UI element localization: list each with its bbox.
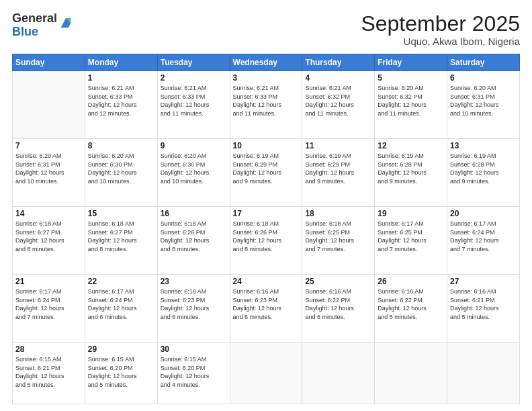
calendar-cell (13, 71, 85, 139)
day-info: Sunrise: 6:21 AM Sunset: 6:33 PM Dayligh… (161, 84, 227, 118)
day-info: Sunrise: 6:18 AM Sunset: 6:27 PM Dayligh… (88, 220, 154, 253)
calendar-cell: 13Sunrise: 6:19 AM Sunset: 6:28 PM Dayli… (447, 139, 520, 207)
day-number: 6 (450, 73, 517, 83)
day-number: 2 (161, 73, 227, 83)
calendar-cell: 25Sunrise: 6:16 AM Sunset: 6:22 PM Dayli… (302, 275, 375, 342)
calendar-cell: 21Sunrise: 6:17 AM Sunset: 6:24 PM Dayli… (13, 275, 85, 342)
day-info: Sunrise: 6:15 AM Sunset: 6:20 PM Dayligh… (161, 355, 227, 389)
day-info: Sunrise: 6:20 AM Sunset: 6:30 PM Dayligh… (88, 152, 154, 185)
logo-blue: Blue (12, 26, 57, 39)
header: General Blue September 2025 Uquo, Akwa I… (12, 12, 520, 47)
day-number: 29 (88, 345, 154, 354)
weekday-header-monday: Monday (85, 54, 157, 71)
calendar-table: SundayMondayTuesdayWednesdayThursdayFrid… (12, 54, 520, 404)
page: General Blue September 2025 Uquo, Akwa I… (0, 0, 532, 411)
day-number: 8 (88, 141, 154, 150)
day-info: Sunrise: 6:18 AM Sunset: 6:27 PM Dayligh… (15, 220, 82, 253)
calendar-cell: 2Sunrise: 6:21 AM Sunset: 6:33 PM Daylig… (157, 71, 230, 139)
calendar-cell: 14Sunrise: 6:18 AM Sunset: 6:27 PM Dayli… (13, 207, 85, 275)
weekday-header-tuesday: Tuesday (157, 54, 230, 71)
calendar-cell: 30Sunrise: 6:15 AM Sunset: 6:20 PM Dayli… (157, 342, 230, 404)
day-number: 9 (161, 141, 227, 150)
day-number: 20 (450, 209, 517, 218)
weekday-header-saturday: Saturday (447, 54, 520, 71)
day-number: 16 (161, 209, 227, 218)
calendar-cell: 20Sunrise: 6:17 AM Sunset: 6:24 PM Dayli… (447, 207, 520, 275)
day-number: 17 (233, 209, 300, 218)
calendar-cell: 9Sunrise: 6:20 AM Sunset: 6:30 PM Daylig… (157, 139, 230, 207)
day-info: Sunrise: 6:17 AM Sunset: 6:24 PM Dayligh… (450, 220, 517, 253)
weekday-header-sunday: Sunday (13, 54, 85, 71)
day-info: Sunrise: 6:20 AM Sunset: 6:30 PM Dayligh… (161, 152, 227, 185)
day-number: 24 (233, 277, 300, 286)
day-number: 26 (378, 277, 444, 286)
day-info: Sunrise: 6:18 AM Sunset: 6:26 PM Dayligh… (233, 220, 300, 253)
day-info: Sunrise: 6:21 AM Sunset: 6:33 PM Dayligh… (88, 84, 154, 118)
calendar-cell: 27Sunrise: 6:16 AM Sunset: 6:21 PM Dayli… (447, 275, 520, 342)
day-info: Sunrise: 6:16 AM Sunset: 6:23 PM Dayligh… (233, 287, 300, 321)
calendar-cell (302, 342, 375, 404)
day-info: Sunrise: 6:17 AM Sunset: 6:24 PM Dayligh… (15, 287, 82, 321)
calendar-cell: 18Sunrise: 6:18 AM Sunset: 6:25 PM Dayli… (302, 207, 375, 275)
calendar-cell (230, 342, 302, 404)
day-number: 1 (88, 73, 154, 83)
calendar-cell: 22Sunrise: 6:17 AM Sunset: 6:24 PM Dayli… (85, 275, 157, 342)
calendar-cell: 17Sunrise: 6:18 AM Sunset: 6:26 PM Dayli… (230, 207, 302, 275)
calendar-cell: 29Sunrise: 6:15 AM Sunset: 6:20 PM Dayli… (85, 342, 157, 404)
day-number: 5 (378, 73, 444, 83)
day-number: 15 (88, 209, 154, 218)
calendar-cell: 28Sunrise: 6:15 AM Sunset: 6:21 PM Dayli… (13, 342, 85, 404)
weekday-header-row: SundayMondayTuesdayWednesdayThursdayFrid… (13, 54, 520, 71)
day-info: Sunrise: 6:16 AM Sunset: 6:21 PM Dayligh… (450, 287, 517, 321)
day-number: 28 (15, 345, 82, 354)
day-number: 12 (378, 141, 444, 150)
day-number: 21 (15, 277, 82, 286)
day-number: 14 (15, 209, 82, 218)
logo: General Blue (12, 12, 73, 39)
calendar-cell: 3Sunrise: 6:21 AM Sunset: 6:33 PM Daylig… (230, 71, 302, 139)
day-info: Sunrise: 6:16 AM Sunset: 6:22 PM Dayligh… (378, 287, 444, 321)
calendar-week-2: 7Sunrise: 6:20 AM Sunset: 6:31 PM Daylig… (13, 139, 520, 207)
weekday-header-wednesday: Wednesday (230, 54, 302, 71)
day-number: 23 (161, 277, 227, 286)
day-number: 27 (450, 277, 517, 286)
calendar-cell: 4Sunrise: 6:21 AM Sunset: 6:32 PM Daylig… (302, 71, 375, 139)
calendar-cell: 26Sunrise: 6:16 AM Sunset: 6:22 PM Dayli… (375, 275, 447, 342)
day-info: Sunrise: 6:19 AM Sunset: 6:28 PM Dayligh… (450, 152, 517, 185)
calendar-cell: 1Sunrise: 6:21 AM Sunset: 6:33 PM Daylig… (85, 71, 157, 139)
day-number: 22 (88, 277, 154, 286)
calendar-body: 1Sunrise: 6:21 AM Sunset: 6:33 PM Daylig… (13, 71, 520, 404)
day-info: Sunrise: 6:21 AM Sunset: 6:32 PM Dayligh… (305, 84, 371, 118)
calendar-cell (447, 342, 520, 404)
day-number: 11 (305, 141, 371, 150)
day-number: 30 (161, 345, 227, 354)
day-number: 19 (378, 209, 444, 218)
calendar-week-4: 21Sunrise: 6:17 AM Sunset: 6:24 PM Dayli… (13, 275, 520, 342)
day-info: Sunrise: 6:19 AM Sunset: 6:28 PM Dayligh… (378, 152, 444, 185)
logo-general: General (12, 12, 57, 26)
calendar-week-1: 1Sunrise: 6:21 AM Sunset: 6:33 PM Daylig… (13, 71, 520, 139)
calendar-cell: 5Sunrise: 6:20 AM Sunset: 6:32 PM Daylig… (375, 71, 447, 139)
calendar-week-5: 28Sunrise: 6:15 AM Sunset: 6:21 PM Dayli… (13, 342, 520, 404)
calendar-cell: 10Sunrise: 6:19 AM Sunset: 6:29 PM Dayli… (230, 139, 302, 207)
day-info: Sunrise: 6:20 AM Sunset: 6:31 PM Dayligh… (15, 152, 82, 185)
day-number: 4 (305, 73, 371, 83)
day-info: Sunrise: 6:17 AM Sunset: 6:25 PM Dayligh… (378, 220, 444, 253)
calendar-cell: 19Sunrise: 6:17 AM Sunset: 6:25 PM Dayli… (375, 207, 447, 275)
day-info: Sunrise: 6:20 AM Sunset: 6:32 PM Dayligh… (378, 84, 444, 118)
calendar-cell: 23Sunrise: 6:16 AM Sunset: 6:23 PM Dayli… (157, 275, 230, 342)
day-info: Sunrise: 6:18 AM Sunset: 6:25 PM Dayligh… (305, 220, 371, 253)
day-number: 25 (305, 277, 371, 286)
calendar-cell: 15Sunrise: 6:18 AM Sunset: 6:27 PM Dayli… (85, 207, 157, 275)
weekday-header-friday: Friday (375, 54, 447, 71)
day-info: Sunrise: 6:16 AM Sunset: 6:22 PM Dayligh… (305, 287, 371, 321)
calendar-cell: 11Sunrise: 6:19 AM Sunset: 6:29 PM Dayli… (302, 139, 375, 207)
day-info: Sunrise: 6:15 AM Sunset: 6:20 PM Dayligh… (88, 355, 154, 389)
day-info: Sunrise: 6:15 AM Sunset: 6:21 PM Dayligh… (15, 355, 82, 389)
day-info: Sunrise: 6:21 AM Sunset: 6:33 PM Dayligh… (233, 84, 300, 118)
day-number: 10 (233, 141, 300, 150)
day-info: Sunrise: 6:16 AM Sunset: 6:23 PM Dayligh… (161, 287, 227, 321)
calendar-cell (375, 342, 447, 404)
calendar-cell: 16Sunrise: 6:18 AM Sunset: 6:26 PM Dayli… (157, 207, 230, 275)
day-number: 18 (305, 209, 371, 218)
